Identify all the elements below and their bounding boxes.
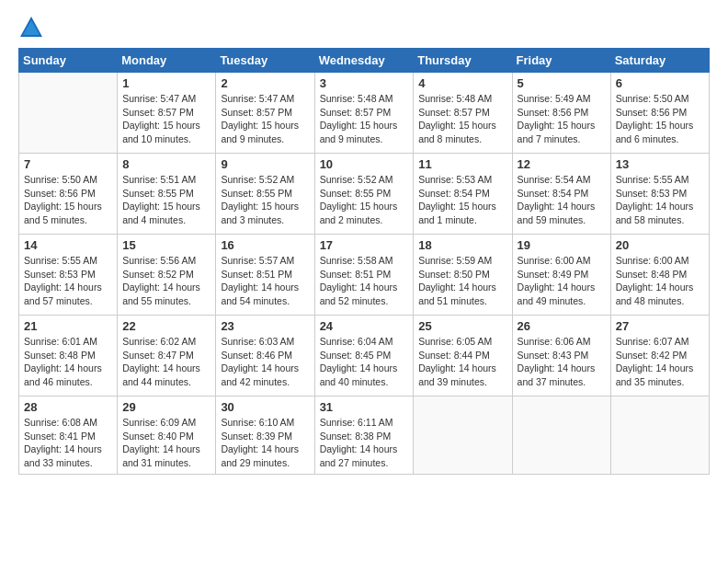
- day-info: Sunrise: 6:05 AMSunset: 8:44 PMDaylight:…: [418, 335, 506, 389]
- day-number: 24: [320, 319, 409, 333]
- calendar-header-row: SundayMondayTuesdayWednesdayThursdayFrid…: [19, 49, 710, 73]
- calendar-cell: 19Sunrise: 6:00 AMSunset: 8:49 PMDayligh…: [512, 235, 610, 316]
- day-info: Sunrise: 5:50 AMSunset: 8:56 PMDaylight:…: [616, 92, 704, 146]
- day-number: 10: [320, 157, 409, 171]
- day-number: 4: [418, 76, 506, 90]
- day-number: 15: [122, 238, 210, 252]
- calendar-week-row: 14Sunrise: 5:55 AMSunset: 8:53 PMDayligh…: [19, 235, 710, 316]
- day-number: 23: [221, 319, 309, 333]
- day-number: 3: [320, 76, 409, 90]
- day-number: 17: [320, 238, 409, 252]
- calendar-cell: [19, 73, 118, 154]
- day-info: Sunrise: 5:51 AMSunset: 8:55 PMDaylight:…: [122, 173, 210, 227]
- day-number: 7: [24, 157, 112, 171]
- day-number: 26: [518, 319, 606, 333]
- calendar-cell: 6Sunrise: 5:50 AMSunset: 8:56 PMDaylight…: [610, 73, 709, 154]
- calendar-header-monday: Monday: [118, 49, 216, 73]
- calendar-cell: 21Sunrise: 6:01 AMSunset: 8:48 PMDayligh…: [19, 316, 118, 396]
- day-number: 9: [221, 157, 309, 171]
- day-info: Sunrise: 6:07 AMSunset: 8:42 PMDaylight:…: [616, 335, 704, 389]
- day-number: 19: [518, 238, 606, 252]
- calendar-week-row: 28Sunrise: 6:08 AMSunset: 8:41 PMDayligh…: [19, 396, 710, 475]
- day-info: Sunrise: 5:53 AMSunset: 8:54 PMDaylight:…: [418, 173, 506, 227]
- calendar-cell: 1Sunrise: 5:47 AMSunset: 8:57 PMDaylight…: [118, 73, 216, 154]
- calendar-header-wednesday: Wednesday: [314, 49, 414, 73]
- day-info: Sunrise: 5:48 AMSunset: 8:57 PMDaylight:…: [418, 92, 506, 146]
- calendar-cell: 27Sunrise: 6:07 AMSunset: 8:42 PMDayligh…: [610, 316, 709, 396]
- calendar-cell: 22Sunrise: 6:02 AMSunset: 8:47 PMDayligh…: [118, 316, 216, 396]
- calendar-cell: 18Sunrise: 5:59 AMSunset: 8:50 PMDayligh…: [414, 235, 512, 316]
- calendar-cell: 3Sunrise: 5:48 AMSunset: 8:57 PMDaylight…: [314, 73, 414, 154]
- calendar-cell: 2Sunrise: 5:47 AMSunset: 8:57 PMDaylight…: [216, 73, 314, 154]
- page-container: SundayMondayTuesdayWednesdayThursdayFrid…: [0, 0, 728, 484]
- calendar-cell: 20Sunrise: 6:00 AMSunset: 8:48 PMDayligh…: [610, 235, 709, 316]
- calendar-header-thursday: Thursday: [414, 49, 512, 73]
- day-info: Sunrise: 5:52 AMSunset: 8:55 PMDaylight:…: [221, 173, 309, 227]
- day-info: Sunrise: 5:55 AMSunset: 8:53 PMDaylight:…: [24, 254, 112, 308]
- logo: [18, 15, 48, 40]
- calendar-cell: 30Sunrise: 6:10 AMSunset: 8:39 PMDayligh…: [216, 396, 314, 475]
- calendar-cell: 31Sunrise: 6:11 AMSunset: 8:38 PMDayligh…: [314, 396, 414, 475]
- calendar-cell: 7Sunrise: 5:50 AMSunset: 8:56 PMDaylight…: [19, 154, 118, 235]
- day-info: Sunrise: 6:06 AMSunset: 8:43 PMDaylight:…: [518, 335, 606, 389]
- calendar-week-row: 7Sunrise: 5:50 AMSunset: 8:56 PMDaylight…: [19, 154, 710, 235]
- day-number: 27: [616, 319, 704, 333]
- day-info: Sunrise: 6:09 AMSunset: 8:40 PMDaylight:…: [122, 416, 210, 470]
- day-number: 13: [616, 157, 704, 171]
- calendar-cell: [414, 396, 512, 475]
- day-info: Sunrise: 6:00 AMSunset: 8:48 PMDaylight:…: [616, 254, 704, 308]
- calendar-header-sunday: Sunday: [19, 49, 118, 73]
- calendar-header-friday: Friday: [512, 49, 610, 73]
- day-info: Sunrise: 6:02 AMSunset: 8:47 PMDaylight:…: [122, 335, 210, 389]
- calendar-cell: 25Sunrise: 6:05 AMSunset: 8:44 PMDayligh…: [414, 316, 512, 396]
- calendar-cell: 9Sunrise: 5:52 AMSunset: 8:55 PMDaylight…: [216, 154, 314, 235]
- calendar-table: SundayMondayTuesdayWednesdayThursdayFrid…: [18, 48, 710, 475]
- day-info: Sunrise: 5:57 AMSunset: 8:51 PMDaylight:…: [221, 254, 309, 308]
- logo-icon: [18, 15, 44, 40]
- calendar-cell: 15Sunrise: 5:56 AMSunset: 8:52 PMDayligh…: [118, 235, 216, 316]
- day-number: 25: [418, 319, 506, 333]
- calendar-cell: 26Sunrise: 6:06 AMSunset: 8:43 PMDayligh…: [512, 316, 610, 396]
- day-info: Sunrise: 5:55 AMSunset: 8:53 PMDaylight:…: [616, 173, 704, 227]
- day-number: 31: [320, 400, 409, 414]
- day-number: 29: [122, 400, 210, 414]
- calendar-week-row: 21Sunrise: 6:01 AMSunset: 8:48 PMDayligh…: [19, 316, 710, 396]
- day-number: 28: [24, 400, 112, 414]
- calendar-header-saturday: Saturday: [610, 49, 709, 73]
- day-number: 8: [122, 157, 210, 171]
- calendar-cell: 10Sunrise: 5:52 AMSunset: 8:55 PMDayligh…: [314, 154, 414, 235]
- day-info: Sunrise: 5:49 AMSunset: 8:56 PMDaylight:…: [518, 92, 606, 146]
- day-number: 16: [221, 238, 309, 252]
- day-info: Sunrise: 5:52 AMSunset: 8:55 PMDaylight:…: [320, 173, 409, 227]
- calendar-cell: 13Sunrise: 5:55 AMSunset: 8:53 PMDayligh…: [610, 154, 709, 235]
- calendar-week-row: 1Sunrise: 5:47 AMSunset: 8:57 PMDaylight…: [19, 73, 710, 154]
- day-number: 6: [616, 76, 704, 90]
- calendar-header-tuesday: Tuesday: [216, 49, 314, 73]
- calendar-cell: 5Sunrise: 5:49 AMSunset: 8:56 PMDaylight…: [512, 73, 610, 154]
- day-info: Sunrise: 5:48 AMSunset: 8:57 PMDaylight:…: [320, 92, 409, 146]
- day-info: Sunrise: 5:58 AMSunset: 8:51 PMDaylight:…: [320, 254, 409, 308]
- calendar-cell: 16Sunrise: 5:57 AMSunset: 8:51 PMDayligh…: [216, 235, 314, 316]
- day-info: Sunrise: 5:47 AMSunset: 8:57 PMDaylight:…: [122, 92, 210, 146]
- day-info: Sunrise: 5:47 AMSunset: 8:57 PMDaylight:…: [221, 92, 309, 146]
- day-number: 18: [418, 238, 506, 252]
- page-header: [18, 15, 710, 40]
- calendar-cell: 11Sunrise: 5:53 AMSunset: 8:54 PMDayligh…: [414, 154, 512, 235]
- calendar-cell: 29Sunrise: 6:09 AMSunset: 8:40 PMDayligh…: [118, 396, 216, 475]
- day-info: Sunrise: 5:56 AMSunset: 8:52 PMDaylight:…: [122, 254, 210, 308]
- calendar-cell: [512, 396, 610, 475]
- day-info: Sunrise: 6:10 AMSunset: 8:39 PMDaylight:…: [221, 416, 309, 470]
- day-number: 30: [221, 400, 309, 414]
- day-number: 21: [24, 319, 112, 333]
- calendar-cell: 28Sunrise: 6:08 AMSunset: 8:41 PMDayligh…: [19, 396, 118, 475]
- calendar-cell: 8Sunrise: 5:51 AMSunset: 8:55 PMDaylight…: [118, 154, 216, 235]
- day-info: Sunrise: 5:50 AMSunset: 8:56 PMDaylight:…: [24, 173, 112, 227]
- calendar-cell: 17Sunrise: 5:58 AMSunset: 8:51 PMDayligh…: [314, 235, 414, 316]
- calendar-cell: 4Sunrise: 5:48 AMSunset: 8:57 PMDaylight…: [414, 73, 512, 154]
- calendar-cell: 12Sunrise: 5:54 AMSunset: 8:54 PMDayligh…: [512, 154, 610, 235]
- day-number: 11: [418, 157, 506, 171]
- day-info: Sunrise: 6:11 AMSunset: 8:38 PMDaylight:…: [320, 416, 409, 470]
- calendar-cell: 24Sunrise: 6:04 AMSunset: 8:45 PMDayligh…: [314, 316, 414, 396]
- day-info: Sunrise: 6:04 AMSunset: 8:45 PMDaylight:…: [320, 335, 409, 389]
- day-number: 5: [518, 76, 606, 90]
